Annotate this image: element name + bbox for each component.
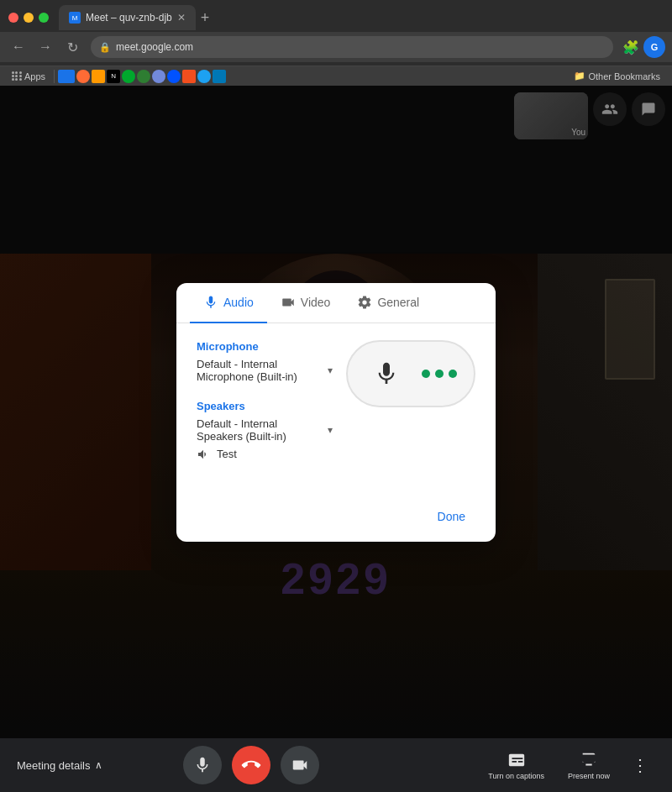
tab-close-icon[interactable]: ✕ [177,12,186,24]
speakers-select-row[interactable]: Default - Internal Speakers (Built-in) ▾ [197,417,333,443]
bookmark-item-9[interactable] [182,70,196,83]
general-tab-icon [357,295,372,310]
bookmark-item-2[interactable] [76,70,90,83]
back-button[interactable]: ← [7,35,30,59]
more-options-button[interactable]: ⋮ [625,748,655,782]
bookmark-item-4[interactable]: N [107,70,120,83]
other-bookmarks[interactable]: 📁 Other Bookmarks [569,69,665,83]
address-bar[interactable]: 🔒 meet.google.com [91,36,613,58]
settings-column: Microphone Default - Internal Microphone… [197,340,333,478]
speakers-value: Default - Internal Speakers (Built-in) [197,417,321,443]
refresh-button[interactable]: ↻ [60,35,84,59]
apps-label: Apps [24,71,45,81]
bookmark-item-11[interactable] [213,70,226,83]
other-bookmarks-label: Other Bookmarks [588,71,660,81]
done-button[interactable]: Done [428,505,475,528]
level-dot-2 [435,370,444,378]
meeting-controls [183,746,319,784]
test-speaker-row: Test [197,448,333,461]
level-dot-1 [422,370,430,378]
audio-tab-label: Audio [223,296,254,309]
lock-icon: 🔒 [99,42,111,53]
camera-control-button[interactable] [281,746,319,784]
tab-general[interactable]: General [344,283,433,323]
microphone-select-row[interactable]: Default - Internal Microphone (Built-in)… [197,358,333,383]
new-tab-button[interactable]: + [201,9,210,27]
speakers-chevron-icon: ▾ [328,424,333,436]
general-tab-label: General [377,296,419,309]
meeting-details[interactable]: Meeting details ∧ [17,759,102,772]
camera-control-icon [291,756,309,774]
end-call-icon [238,752,264,778]
bookmark-item-10[interactable] [197,70,211,83]
tab-video[interactable]: Video [267,283,344,323]
meeting-details-label: Meeting details [17,759,90,772]
speakers-group: Speakers Default - Internal Speakers (Bu… [197,400,333,461]
speaker-icon [197,448,210,461]
present-label: Present now [568,772,610,780]
url-text: meet.google.com [116,41,193,53]
mic-icon-circle [365,352,408,396]
traffic-lights-bar: M Meet – quv-znb-djb ✕ + [0,0,672,32]
browser-chrome: M Meet – quv-znb-djb ✕ + ← → ↻ 🔒 meet.go… [0,0,672,66]
bookmark-item-8[interactable] [167,70,181,83]
level-dot-3 [449,370,457,378]
extensions-icon[interactable]: 🧩 [620,36,642,58]
meeting-bar: Meeting details ∧ Turn on captions [0,738,672,792]
nav-actions: 🧩 G [620,36,665,58]
present-button[interactable]: Present now [559,747,618,784]
bookmark-item-3[interactable] [92,70,105,83]
apps-bookmark[interactable]: Apps [7,70,50,83]
captions-icon [507,751,526,769]
traffic-light-green[interactable] [39,13,49,23]
profile-icon[interactable]: G [643,36,665,58]
bookmark-item-1[interactable] [58,70,75,83]
microphone-icon [373,360,400,387]
video-tab-label: Video [301,296,331,309]
bookmark-separator [54,70,55,83]
microphone-group: Microphone Default - Internal Microphone… [197,340,333,383]
forward-button[interactable]: → [34,35,57,59]
microphone-label: Microphone [197,340,333,353]
speakers-label: Speakers [197,400,333,412]
apps-grid-icon [12,71,22,81]
meeting-details-chevron-icon: ∧ [95,759,102,771]
video-tab-icon [281,295,296,310]
test-label[interactable]: Test [217,448,237,460]
modal-tabs: Audio Video General [176,283,496,323]
main-content: 2929 You [0,86,672,738]
traffic-light-red[interactable] [8,13,18,23]
end-call-button[interactable] [232,746,270,784]
microphone-value: Default - Internal Microphone (Built-in) [197,358,321,383]
nav-bar: ← → ↻ 🔒 meet.google.com 🧩 G [0,32,672,62]
mic-control-button[interactable] [183,746,222,784]
modal-overlay: Audio Video General [0,86,672,738]
bookmark-item-7[interactable] [152,70,165,83]
bookmark-item-6[interactable] [137,70,150,83]
bookmark-item-5[interactable] [122,70,135,83]
traffic-light-yellow[interactable] [24,13,34,23]
bookmarks-bar: Apps N 📁 Other Bookmarks [0,66,672,86]
present-icon [580,751,598,769]
tab-title: Meet – quv-znb-djb [86,12,172,24]
modal-footer: Done [176,495,496,542]
captions-label: Turn on captions [488,772,544,780]
more-options-icon: ⋮ [632,756,648,774]
settings-modal: Audio Video General [176,283,496,542]
tab-audio[interactable]: Audio [190,283,267,323]
mic-test-widget [346,340,475,407]
bookmark-folder-icon: 📁 [574,71,585,81]
meeting-actions-right: Turn on captions Present now ⋮ [480,747,655,784]
microphone-chevron-icon: ▾ [328,365,333,376]
tab[interactable]: M Meet – quv-znb-djb ✕ [59,5,196,30]
modal-body: Microphone Default - Internal Microphone… [176,323,496,495]
captions-button[interactable]: Turn on captions [480,747,553,784]
mic-control-icon [193,756,212,774]
level-dots-container [422,370,457,378]
tab-favicon: M [69,12,81,24]
audio-tab-icon [203,295,218,310]
